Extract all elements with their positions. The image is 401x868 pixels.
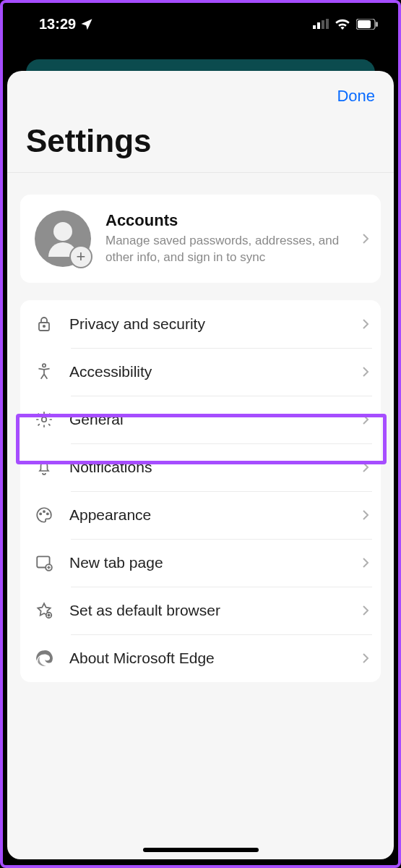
page-title: Settings bbox=[7, 106, 394, 172]
battery-icon bbox=[356, 19, 378, 30]
row-default-browser[interactable]: Set as default browser bbox=[20, 587, 381, 634]
row-about-edge[interactable]: About Microsoft Edge bbox=[20, 634, 381, 682]
bell-icon bbox=[33, 456, 55, 478]
plus-icon: + bbox=[69, 245, 92, 268]
svg-rect-0 bbox=[313, 25, 316, 29]
lock-icon bbox=[33, 313, 55, 335]
accessibility-icon bbox=[33, 361, 55, 383]
row-label: General bbox=[69, 411, 348, 428]
chevron-right-icon bbox=[362, 318, 369, 330]
svg-rect-1 bbox=[317, 22, 320, 29]
cellular-icon bbox=[313, 19, 329, 29]
done-button[interactable]: Done bbox=[337, 87, 375, 106]
chevron-right-icon bbox=[362, 652, 369, 664]
svg-point-17 bbox=[48, 614, 49, 616]
edge-icon bbox=[33, 647, 55, 669]
row-label: Accessibility bbox=[69, 363, 348, 380]
settings-list: Privacy and security Accessibility Gener… bbox=[20, 300, 381, 682]
status-bar: 13:29 bbox=[3, 3, 398, 45]
svg-point-12 bbox=[43, 511, 45, 512]
row-new-tab-page[interactable]: New tab page bbox=[20, 539, 381, 587]
row-label: Privacy and security bbox=[69, 315, 348, 333]
chevron-right-icon bbox=[362, 461, 369, 473]
row-label: New tab page bbox=[69, 554, 348, 571]
chevron-right-icon bbox=[362, 509, 369, 521]
svg-point-13 bbox=[47, 513, 48, 514]
newtab-icon bbox=[33, 552, 55, 574]
accounts-title: Accounts bbox=[105, 211, 348, 230]
row-general[interactable]: General bbox=[20, 396, 381, 443]
row-label: Appearance bbox=[69, 506, 348, 524]
location-icon bbox=[80, 17, 93, 30]
gear-icon bbox=[33, 409, 55, 430]
avatar: + bbox=[35, 210, 91, 267]
svg-point-10 bbox=[42, 417, 47, 422]
chevron-right-icon bbox=[362, 233, 369, 244]
accounts-subtitle: Manage saved passwords, addresses, and o… bbox=[105, 233, 348, 266]
svg-point-9 bbox=[43, 364, 46, 367]
row-label: Set as default browser bbox=[69, 602, 348, 619]
home-indicator[interactable] bbox=[143, 848, 259, 852]
row-label: About Microsoft Edge bbox=[69, 650, 348, 667]
accounts-card[interactable]: + Accounts Manage saved passwords, addre… bbox=[20, 195, 381, 283]
row-label: Notifications bbox=[69, 459, 348, 476]
row-privacy-security[interactable]: Privacy and security bbox=[20, 300, 381, 348]
svg-rect-6 bbox=[376, 22, 378, 27]
star-gear-icon bbox=[33, 600, 55, 621]
row-appearance[interactable]: Appearance bbox=[20, 491, 381, 539]
row-accessibility[interactable]: Accessibility bbox=[20, 348, 381, 396]
row-notifications[interactable]: Notifications bbox=[20, 443, 381, 491]
svg-rect-2 bbox=[322, 20, 324, 29]
settings-sheet: Done Settings + Accounts Manage saved pa… bbox=[7, 71, 394, 859]
chevron-right-icon bbox=[362, 414, 369, 425]
svg-point-11 bbox=[40, 513, 41, 514]
chevron-right-icon bbox=[362, 557, 369, 569]
svg-point-8 bbox=[43, 326, 45, 327]
chevron-right-icon bbox=[362, 605, 369, 616]
palette-icon bbox=[33, 504, 55, 526]
svg-rect-3 bbox=[326, 19, 329, 29]
chevron-right-icon bbox=[362, 366, 369, 378]
status-time: 13:29 bbox=[39, 16, 76, 33]
wifi-icon bbox=[335, 18, 350, 30]
svg-rect-5 bbox=[358, 20, 371, 28]
